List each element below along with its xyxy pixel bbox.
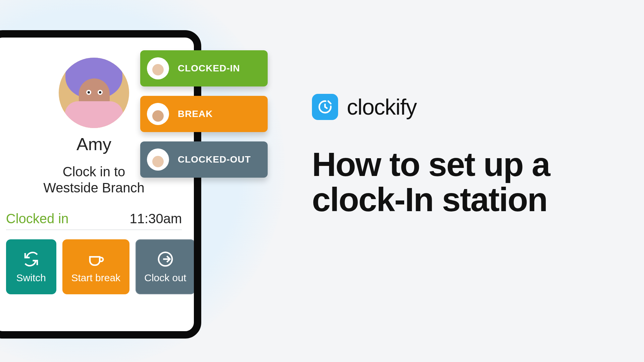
out-label: Clock out: [144, 272, 186, 284]
user-name: Amy: [76, 134, 111, 154]
status-label: Clocked in: [6, 211, 69, 226]
avatar: [59, 58, 129, 128]
chip-clocked-out: CLOCKED-OUT: [140, 141, 268, 178]
start-break-button[interactable]: Start break: [62, 239, 129, 294]
exit-icon: [156, 250, 174, 268]
svg-point-1: [329, 102, 330, 103]
sub-line-2: Westside Branch: [43, 180, 145, 195]
sub-line-1: Clock in to: [63, 164, 125, 179]
chip-out-label: CLOCKED-OUT: [178, 154, 251, 165]
clockify-logo-icon: [312, 94, 338, 120]
brand: clockify: [312, 94, 644, 120]
avatar-icon: [147, 57, 169, 79]
chip-break: BREAK: [140, 96, 268, 132]
status-row: Clocked in 11:30am: [6, 211, 182, 230]
hero-text: clockify How to set up a clock-In statio…: [312, 94, 644, 217]
chip-in-label: CLOCKED-IN: [178, 63, 240, 74]
headline: How to set up a clock-In station: [312, 147, 644, 217]
cup-icon: [87, 250, 105, 268]
brand-name: clockify: [347, 94, 417, 120]
avatar-icon: [147, 103, 169, 125]
clock-in-subtitle: Clock in to Westside Branch: [43, 164, 145, 196]
chip-brk-label: BREAK: [178, 109, 213, 119]
switch-button[interactable]: Switch: [6, 239, 56, 294]
status-chips: CLOCKED-IN BREAK CLOCKED-OUT: [140, 50, 268, 187]
break-label: Start break: [71, 272, 120, 284]
clock-out-button[interactable]: Clock out: [136, 239, 195, 294]
switch-icon: [22, 250, 40, 268]
action-row: Switch Start break Clock out: [6, 239, 182, 294]
avatar-icon: [147, 148, 169, 171]
switch-label: Switch: [16, 272, 46, 284]
chip-clocked-in: CLOCKED-IN: [140, 50, 268, 86]
clock-icon: [317, 99, 333, 115]
status-time: 11:30am: [130, 211, 182, 226]
